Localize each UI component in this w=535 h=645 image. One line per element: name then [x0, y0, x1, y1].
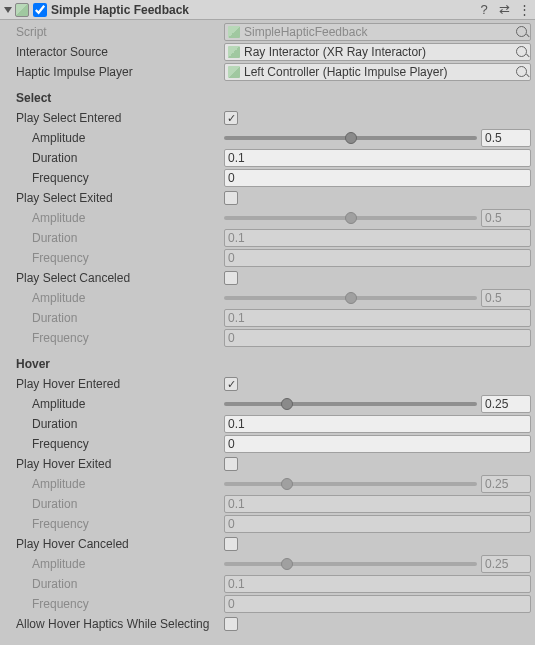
haptic-player-row: Haptic Impulse Player Left Controller (H…: [0, 62, 535, 82]
interactor-source-field[interactable]: Ray Interactor (XR Ray Interactor): [224, 43, 531, 61]
script-mini-icon: [228, 26, 240, 38]
play-hover-exited-amplitude-row: Amplitude 0.25: [0, 474, 535, 494]
play-hover-entered-amplitude-input[interactable]: 0.25: [481, 395, 531, 413]
select-section: Select: [0, 88, 535, 108]
play-select-entered-duration-input[interactable]: 0.1: [224, 149, 531, 167]
play-hover-entered-amplitude-slider[interactable]: [224, 402, 477, 406]
component-enable-checkbox[interactable]: [33, 3, 47, 17]
play-select-exited-checkbox[interactable]: [224, 191, 238, 205]
help-icon[interactable]: ?: [477, 2, 491, 17]
play-select-canceled-checkbox[interactable]: [224, 271, 238, 285]
play-select-entered-row: Play Select Entered: [0, 108, 535, 128]
play-hover-entered-label: Play Hover Entered: [16, 377, 224, 391]
play-select-entered-amplitude-input[interactable]: 0.5: [481, 129, 531, 147]
play-hover-canceled-label: Play Hover Canceled: [16, 537, 224, 551]
play-hover-canceled-amplitude-row: Amplitude 0.25: [0, 554, 535, 574]
amplitude-label: Amplitude: [32, 397, 224, 411]
duration-label: Duration: [32, 311, 224, 325]
play-hover-entered-amplitude-row: Amplitude 0.25: [0, 394, 535, 414]
script-label: Script: [16, 25, 224, 39]
duration-label: Duration: [32, 151, 224, 165]
allow-hover-haptics-label: Allow Hover Haptics While Selecting: [16, 617, 224, 631]
play-select-canceled-amplitude-input: 0.5: [481, 289, 531, 307]
play-hover-entered-duration-input[interactable]: 0.1: [224, 415, 531, 433]
play-hover-entered-checkbox[interactable]: [224, 377, 238, 391]
play-select-exited-duration-input: 0.1: [224, 229, 531, 247]
haptic-player-label: Haptic Impulse Player: [16, 65, 224, 79]
play-select-exited-amplitude-slider: [224, 216, 477, 220]
frequency-label: Frequency: [32, 251, 224, 265]
play-select-entered-duration-row: Duration 0.1: [0, 148, 535, 168]
play-select-exited-row: Play Select Exited: [0, 188, 535, 208]
play-hover-canceled-amplitude-input: 0.25: [481, 555, 531, 573]
play-hover-exited-amplitude-slider: [224, 482, 477, 486]
play-select-entered-amplitude-slider[interactable]: [224, 136, 477, 140]
interactor-source-label: Interactor Source: [16, 45, 224, 59]
play-hover-entered-duration-row: Duration 0.1: [0, 414, 535, 434]
interactor-source-value: Ray Interactor (XR Ray Interactor): [244, 45, 426, 59]
haptic-player-field[interactable]: Left Controller (Haptic Impulse Player): [224, 63, 531, 81]
play-select-exited-duration-row: Duration 0.1: [0, 228, 535, 248]
play-select-exited-amplitude-input: 0.5: [481, 209, 531, 227]
play-select-canceled-amplitude-row: Amplitude 0.5: [0, 288, 535, 308]
frequency-label: Frequency: [32, 331, 224, 345]
object-picker-icon: [516, 26, 527, 37]
slider-thumb-icon: [345, 292, 357, 304]
play-select-entered-frequency-row: Frequency 0: [0, 168, 535, 188]
allow-hover-haptics-row: Allow Hover Haptics While Selecting: [0, 614, 535, 634]
amplitude-label: Amplitude: [32, 211, 224, 225]
play-hover-canceled-checkbox[interactable]: [224, 537, 238, 551]
foldout-toggle[interactable]: [4, 7, 12, 13]
play-hover-canceled-frequency-input: 0: [224, 595, 531, 613]
frequency-label: Frequency: [32, 171, 224, 185]
object-picker-icon[interactable]: [516, 46, 527, 57]
slider-thumb-icon: [345, 212, 357, 224]
play-hover-canceled-amplitude-slider: [224, 562, 477, 566]
play-hover-exited-duration-input: 0.1: [224, 495, 531, 513]
play-select-canceled-amplitude-slider: [224, 296, 477, 300]
slider-thumb-icon[interactable]: [281, 398, 293, 410]
amplitude-label: Amplitude: [32, 557, 224, 571]
play-select-exited-amplitude-row: Amplitude 0.5: [0, 208, 535, 228]
play-select-canceled-duration-input: 0.1: [224, 309, 531, 327]
object-mini-icon: [228, 46, 240, 58]
frequency-label: Frequency: [32, 517, 224, 531]
duration-label: Duration: [32, 497, 224, 511]
duration-label: Duration: [32, 231, 224, 245]
amplitude-label: Amplitude: [32, 291, 224, 305]
menu-icon[interactable]: ⋮: [517, 2, 531, 17]
play-hover-canceled-row: Play Hover Canceled: [0, 534, 535, 554]
slider-thumb-icon[interactable]: [345, 132, 357, 144]
play-hover-canceled-duration-row: Duration 0.1: [0, 574, 535, 594]
play-hover-canceled-duration-input: 0.1: [224, 575, 531, 593]
play-select-entered-label: Play Select Entered: [16, 111, 224, 125]
object-mini-icon: [228, 66, 240, 78]
duration-label: Duration: [32, 417, 224, 431]
object-picker-icon[interactable]: [516, 66, 527, 77]
amplitude-label: Amplitude: [32, 131, 224, 145]
play-select-entered-amplitude-row: Amplitude 0.5: [0, 128, 535, 148]
play-select-canceled-label: Play Select Canceled: [16, 271, 224, 285]
component-body: Script SimpleHapticFeedback Interactor S…: [0, 20, 535, 638]
play-select-canceled-frequency-input: 0: [224, 329, 531, 347]
play-hover-exited-label: Play Hover Exited: [16, 457, 224, 471]
play-hover-exited-frequency-input: 0: [224, 515, 531, 533]
play-hover-exited-row: Play Hover Exited: [0, 454, 535, 474]
play-select-entered-frequency-input[interactable]: 0: [224, 169, 531, 187]
allow-hover-haptics-checkbox[interactable]: [224, 617, 238, 631]
frequency-label: Frequency: [32, 437, 224, 451]
play-select-entered-checkbox[interactable]: [224, 111, 238, 125]
play-select-canceled-frequency-row: Frequency 0: [0, 328, 535, 348]
duration-label: Duration: [32, 577, 224, 591]
play-hover-exited-amplitude-input: 0.25: [481, 475, 531, 493]
play-hover-exited-frequency-row: Frequency 0: [0, 514, 535, 534]
play-hover-entered-frequency-input[interactable]: 0: [224, 435, 531, 453]
presets-icon[interactable]: ⇄: [497, 2, 511, 17]
hover-section: Hover: [0, 354, 535, 374]
hover-title: Hover: [16, 357, 50, 371]
frequency-label: Frequency: [32, 597, 224, 611]
component-header: Simple Haptic Feedback ? ⇄ ⋮: [0, 0, 535, 20]
play-hover-entered-frequency-row: Frequency 0: [0, 434, 535, 454]
play-hover-exited-checkbox[interactable]: [224, 457, 238, 471]
component-icon: [15, 3, 29, 17]
